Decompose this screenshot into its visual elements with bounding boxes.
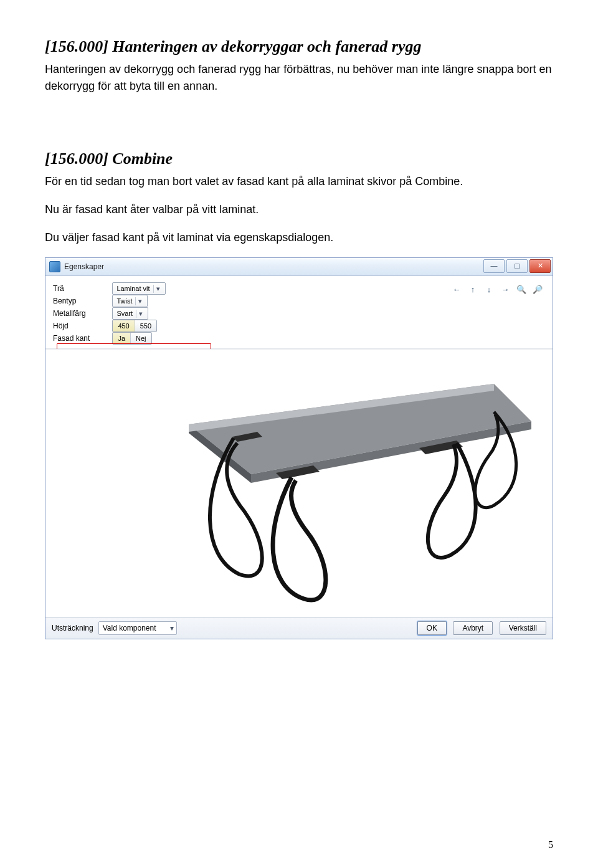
section1-heading: [156.000] Hanteringen av dekorryggar och… [45,37,553,56]
preview-canvas[interactable] [45,349,553,617]
properties-dialog: Egenskaper — ▢ ✕ Trä Laminat vit ▾ [45,257,553,639]
section2-body-3: Du väljer fasad kant på vit laminat via … [45,229,553,246]
properties-grid: Trä Laminat vit ▾ Bentyp Twist [53,282,166,345]
dropdown-tra[interactable]: Laminat vit ▾ [112,282,165,295]
dialog-bottombar: Utsträckning Vald komponent ▾ OK Avbryt … [45,617,553,639]
segment-hojd-550[interactable]: 550 [135,320,156,331]
zoom-in-icon[interactable]: 🔍 [516,285,526,294]
chevron-down-icon: ▾ [136,310,145,318]
combo-utstrackning[interactable]: Vald komponent ▾ [98,621,177,635]
app-icon [49,261,60,272]
section2-body-2: Nu är fasad kant åter valbar på vitt lam… [45,201,553,218]
label-fasad-kant: Fasad kant [53,332,112,345]
segment-fasad-nej[interactable]: Nej [131,333,151,344]
segment-fasad-ja[interactable]: Ja [113,333,131,344]
nav-prev-icon[interactable]: ← [452,285,462,294]
section2-heading: [156.000] Combine [45,150,553,168]
label-hojd: Höjd [53,320,112,332]
titlebar: Egenskaper — ▢ ✕ [45,258,553,276]
cancel-button[interactable]: Avbryt [453,621,493,635]
minimize-button[interactable]: — [483,259,505,273]
segment-hojd[interactable]: 450 550 [112,320,157,332]
dropdown-metall-value: Svart [116,310,133,317]
label-metall: Metallfärg [53,307,112,320]
label-utstrackning: Utsträckning [52,624,93,632]
chevron-down-icon: ▾ [135,297,145,305]
label-tra: Trä [53,282,112,295]
maximize-button[interactable]: ▢ [506,259,528,273]
zoom-out-icon[interactable]: 🔎 [533,285,543,294]
close-button[interactable]: ✕ [529,259,551,273]
dropdown-bentyp-value: Twist [116,297,132,305]
chevron-down-icon: ▾ [153,285,163,293]
section2-body-1: För en tid sedan tog man bort valet av f… [45,173,553,190]
chevron-down-icon: ▾ [170,624,174,632]
apply-button[interactable]: Verkställ [500,621,546,635]
properties-area: Trä Laminat vit ▾ Bentyp Twist [45,276,553,639]
dropdown-tra-value: Laminat vit [116,285,150,292]
combo-utstrackning-value: Vald komponent [103,624,156,632]
segment-fasad-kant[interactable]: Ja Nej [112,332,151,345]
label-bentyp: Bentyp [53,295,112,307]
nav-down-icon[interactable]: ↓ [484,285,494,294]
nav-up-icon[interactable]: ↑ [468,285,478,294]
section1-body: Hanteringen av dekorrygg och fanerad ryg… [45,61,553,95]
dropdown-bentyp[interactable]: Twist ▾ [112,295,148,307]
segment-hojd-450[interactable]: 450 [113,320,135,331]
nav-arrows: ← ↑ ↓ → 🔍 🔎 [452,285,543,294]
dropdown-metall[interactable]: Svart ▾ [112,307,148,320]
nav-next-icon[interactable]: → [500,285,510,294]
window-title: Egenskaper [64,262,104,271]
ok-button[interactable]: OK [417,621,447,635]
